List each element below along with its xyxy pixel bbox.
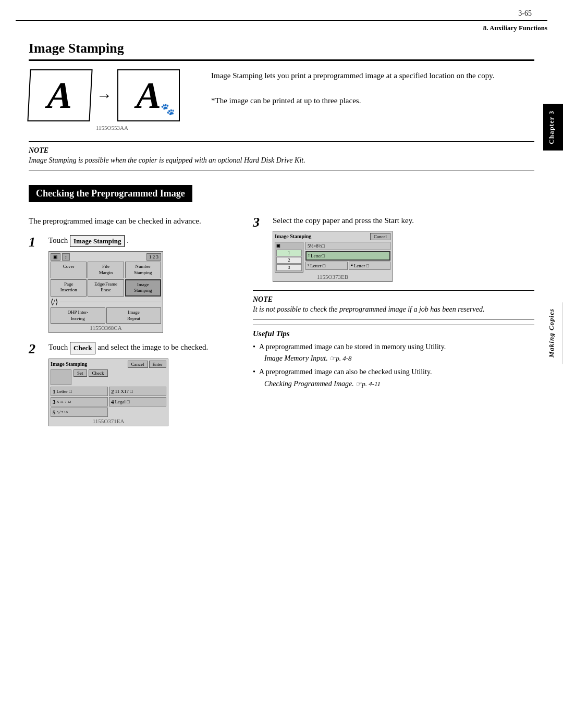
tray-option-3: ³ Letter □ [305,262,348,270]
useful-tips-section: Useful Tips A preprogrammed image can be… [253,325,534,390]
tray-option-2: ² Letter□ [305,251,390,261]
step-1: 1 Touch Image Stamping . ▣ ↕ [29,235,237,333]
arrow-icon: → [96,87,112,104]
top-illustration: A → A 🐾 1155O553AA Image Stamping lets y… [29,69,534,131]
image-id-step2: 1155O371EA [51,418,166,424]
useful-tips-list: A preprogrammed image can be stored in m… [253,341,534,390]
checking-heading: Checking the Preprogrammed Image [29,185,192,202]
aux-top-row: ▣ ↕ 1 2 3 [51,253,161,261]
description-1: Image Stamping lets you print a preprogr… [211,69,534,82]
image-id-step3: 1155O373EB [275,274,390,280]
dialog-3-buttons: Cancel [370,233,390,240]
image-id-step1: 1155O368CA [51,325,161,331]
aux-imagerepeat-btn: ImageRepeat [106,307,161,324]
stamp-mark-icon: 🐾 [161,103,175,116]
letter-a-plain: A [46,74,74,117]
step-2-number: 2 [29,342,43,356]
tip2-sub: Checking Programmed Image. ☞p. 4-11 [259,380,381,388]
chapter-tab: Chapter 3 [543,104,563,151]
useful-tips-title: Useful Tips [253,329,534,338]
aux-pageinsertion-btn: PageInsertion [51,279,87,297]
step-intro: The preprogrammed image can be checked i… [29,215,237,227]
aux-grid-2: PageInsertion Edge/FrameErase ImageStamp… [51,279,161,297]
tray-slot-2: 2 [276,257,302,264]
image-stamping-button-ref: Image Stamping [70,235,125,248]
note2-text: It is not possible to check the preprogr… [253,305,484,313]
dialog-3-title-row: Image Stamping Cancel [275,233,390,240]
tray-options: 5½×8½□ ² Letter□ ³ Letter □ ⁴ Letter □ [305,242,390,273]
image-id-1: 1155O553AA [29,125,195,131]
aux-ohp-btn: OHP Inter-leaving [51,307,105,324]
tip1-sub: Image Memory Input. ☞p. 4-8 [259,354,352,362]
page-number: 3-65 [518,9,532,18]
aux-panel-screenshot: ▣ ↕ 1 2 3 Cover FileMargin NumberStampin… [48,251,163,333]
step-1-text: Touch Image Stamping . [48,235,237,247]
check-set-row: Set Check [51,369,166,385]
paper-cell-1: 1 Letter □ [51,387,108,396]
illustration-left: A → A 🐾 1155O553AA [29,69,195,131]
dialog-title: Image Stamping [51,361,87,367]
step-3-text: Select the copy paper and press the Star… [273,215,534,227]
description-2: *The image can be printed at up to three… [211,94,534,107]
paper-cell-5: 5 5⁄7 16 [51,408,108,417]
check-btn: Check [89,369,108,377]
steps-right: 3 Select the copy paper and press the St… [253,215,534,435]
set-btn: Set [74,369,87,377]
dialog-title-row: Image Stamping Cancel Enter [51,361,166,368]
paper-cell-2: 2 11 X17 □ [109,387,166,396]
steps-columns: The preprogrammed image can be checked i… [29,215,534,435]
step-2: 2 Touch Check and select the image to be… [29,341,237,426]
note-section: NOTE Image Stamping is possible when the… [29,141,534,170]
page-header: 3-65 [0,0,563,20]
making-copies-tab: Making Copies [543,302,563,364]
tray-slot-1: 1 [276,250,302,256]
paper-cell-4: 4 Legal □ [109,397,166,406]
dialog-3-cancel-btn: Cancel [370,233,390,240]
note2-label: NOTE [253,295,273,303]
dialog-2-screenshot: Image Stamping Cancel Enter Set [48,359,168,426]
letter-box-stamp: A 🐾 [117,69,180,121]
check-button-ref: Check [70,342,95,354]
section-header-text: 8. Auxiliary Functions [483,24,547,32]
tip-2: A preprogrammed image can also be checke… [253,366,534,390]
note-label: NOTE [29,146,48,154]
dialog-buttons: Cancel Enter [128,361,167,368]
aux-grid: Cover FileMargin NumberStamping [51,262,161,278]
tray-option-4: ⁴ Letter □ [349,262,391,270]
dialog-3-title: Image Stamping [275,233,311,239]
step-3-number: 3 [253,216,267,229]
letter-box-plain: A [27,69,92,121]
step-1-content: Touch Image Stamping . ▣ ↕ 1 2 3 [48,235,237,333]
paper-cell-3: 3 X 117 12 [51,397,108,406]
step-3-content: Select the copy paper and press the Star… [273,215,534,282]
aux-edgeframe-btn: Edge/FrameErase [88,279,124,297]
aux-imagestamp-btn: ImageStamping [125,279,161,297]
aux-cover-btn: Cover [51,262,87,278]
main-content: Image Stamping A → A 🐾 1155O553AA Image … [0,41,563,435]
aux-indicator-3: 1 2 3 [146,253,161,261]
big-a-area: A → A 🐾 [29,69,195,121]
note-text: Image Stamping is possible when the copi… [29,156,305,164]
dialog-3-content: ▣ 1 2 3 5½×8½□ ² Let [275,242,390,273]
step-2-content: Touch Check and select the image to be c… [48,341,237,426]
tip2-ref: ☞p. 4-11 [356,380,381,388]
note-section-2: NOTE It is not possible to check the pre… [253,290,534,319]
paper-selection-grid: 1 Letter □ 2 11 X17 □ 3 X 117 12 4 Legal… [51,387,166,417]
aux-indicator-2: ↕ [62,253,70,261]
tip1-ref: ☞p. 4-8 [329,354,351,362]
letter-a-stamp: A [136,74,161,117]
aux-bottom: OHP Inter-leaving ImageRepeat [51,307,161,324]
illustration-description: Image Stamping lets you print a preprogr… [195,69,534,131]
steps-left: The preprogrammed image can be checked i… [29,215,237,435]
page-title: Image Stamping [29,41,534,61]
tray-option-1: 5½×8½□ [305,242,390,250]
dialog-enter-btn: Enter [149,361,167,368]
dialog-3-screenshot: Image Stamping Cancel ▣ 1 2 3 [273,231,393,282]
aux-numberstamping-btn: NumberStamping [125,262,161,278]
step-2-text: Touch Check and select the image to be c… [48,341,237,354]
aux-indicator-1: ▣ [51,253,60,261]
tray-visual: ▣ 1 2 3 [275,242,303,273]
step-3: 3 Select the copy paper and press the St… [253,215,534,282]
aux-filemargin-btn: FileMargin [88,262,124,278]
step-1-number: 1 [29,236,43,249]
